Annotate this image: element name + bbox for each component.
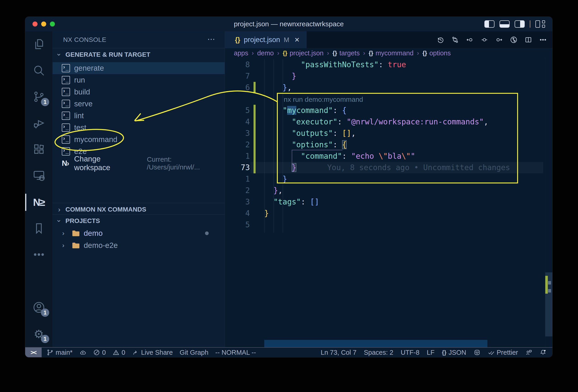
remote-explorer-icon	[33, 169, 45, 183]
history-icon[interactable]	[436, 36, 444, 44]
code-line: 3 "tags": []	[225, 196, 552, 208]
change-icon[interactable]	[481, 36, 488, 44]
sidebar-item-change-workspace[interactable]: N›Change workspaceCurrent: /Users/juri/n…	[53, 157, 225, 169]
run-target-icon: ›_	[62, 147, 70, 156]
code-line: 1 }	[225, 173, 552, 185]
sidebar-item-test[interactable]: ›_test	[53, 122, 225, 133]
breadcrumb-item-demo[interactable]: demo	[257, 49, 274, 57]
bracket-scope-guide	[292, 150, 292, 172]
code-line: 4 "executor": "@nrwl/workspace:run-comma…	[225, 116, 552, 128]
git-blame-annotation: You, 8 seconds ago • Uncommitted changes	[327, 163, 510, 172]
breadcrumb-item-targets[interactable]: {}targets	[333, 49, 360, 57]
extensions-icon	[33, 143, 45, 157]
activity-nx-console-button[interactable]: N≥	[25, 189, 52, 216]
octoface-icon	[474, 349, 481, 356]
sidebar-item-run[interactable]: ›_run	[53, 74, 225, 86]
nx-console-icon: N≥	[33, 197, 45, 208]
activity-settings-button[interactable]: ⚙1	[25, 321, 52, 347]
sidebar-item-generate[interactable]: ›_generate	[53, 62, 225, 74]
status-item-octoface[interactable]	[474, 349, 481, 356]
line-number: 5	[225, 105, 250, 116]
chevron-right-icon: ›	[56, 206, 62, 213]
status-item-0[interactable]: 0	[113, 349, 125, 356]
project-item-demo[interactable]: ›demo	[53, 227, 225, 239]
sidebar-more-icon[interactable]: ⋯	[207, 31, 216, 48]
sidebar-item-serve[interactable]: ›_serve	[53, 98, 225, 110]
section-projects[interactable]: › PROJECTS	[53, 214, 225, 227]
toggle-sidebar-icon[interactable]	[484, 20, 494, 28]
activity-search-button[interactable]	[25, 58, 52, 84]
editor-group: {} project.json M ✕ apps›demo›{}project.…	[225, 31, 552, 347]
code-editor[interactable]: 8 "passWithNoTests": true7 }6 },nx run d…	[225, 58, 552, 347]
gutter-modified-bar	[253, 150, 256, 162]
prev-change-icon[interactable]	[466, 36, 474, 44]
breadcrumb-item-mycommand[interactable]: {}mycommand	[369, 49, 413, 57]
remote-indicator-button[interactable]: ><	[25, 348, 42, 357]
activity-extensions-button[interactable]	[25, 136, 52, 163]
chevron-down-icon: ›	[55, 218, 63, 224]
tab-project-json[interactable]: {} project.json M ✕	[225, 31, 307, 48]
status-item-utf-8[interactable]: UTF-8	[401, 349, 419, 356]
chevron-right-icon: ›	[62, 242, 68, 249]
breadcrumb-separator: ›	[363, 50, 365, 57]
horizontal-scrollbar[interactable]	[264, 340, 487, 347]
project-item-demo-e2e[interactable]: ›demo-e2e	[53, 239, 225, 251]
breadcrumb-item-options[interactable]: {}options	[422, 49, 451, 57]
line-number: 1	[225, 173, 250, 185]
status-item-feedback[interactable]	[525, 349, 532, 356]
toggle-panel-icon[interactable]	[499, 20, 510, 28]
activity-more-button[interactable]	[25, 242, 52, 268]
gitlens-icon[interactable]	[510, 36, 518, 44]
status-item-bell[interactable]	[539, 349, 546, 356]
code-line: 5 "mycommand": {	[225, 105, 552, 116]
customize-layout-icon[interactable]	[535, 20, 545, 28]
status-item-spaces-2[interactable]: Spaces: 2	[364, 349, 393, 356]
activity-source-control-button[interactable]: 1	[25, 84, 52, 110]
status-item-ln-73-col-7[interactable]: Ln 73, Col 7	[321, 349, 356, 356]
overview-ruler-mark	[548, 281, 551, 285]
chevron-down-icon: ›	[55, 52, 63, 58]
status-item-live-share[interactable]: Live Share	[132, 349, 173, 356]
gutter-modified-bar	[253, 82, 256, 93]
toggle-secondary-sidebar-icon[interactable]	[515, 20, 525, 28]
activity-bookmarks-button[interactable]	[25, 216, 52, 242]
code-line: 5	[225, 219, 552, 230]
activity-remote-explorer-button[interactable]	[25, 163, 52, 189]
status-item-prettier[interactable]: Prettier	[488, 349, 518, 356]
more-icon[interactable]	[539, 36, 547, 44]
sidebar-item-mycommand[interactable]: ›_mycommand	[53, 133, 225, 145]
badge: 1	[41, 335, 49, 343]
breadcrumb-separator: ›	[277, 50, 279, 57]
more-icon	[33, 248, 45, 262]
sidebar-item-lint[interactable]: ›_lint	[53, 110, 225, 122]
tab-bar: {} project.json M ✕	[225, 31, 552, 48]
close-tab-icon[interactable]: ✕	[294, 36, 299, 44]
git-compare-icon[interactable]	[451, 36, 459, 44]
line-number: 1	[225, 150, 250, 162]
status-item-cloud-upload[interactable]	[79, 349, 86, 356]
sidebar-item-build[interactable]: ›_build	[53, 86, 225, 98]
split-editor-icon[interactable]	[525, 36, 532, 44]
status-item-lf[interactable]: LF	[427, 349, 434, 356]
section-generate-run-target[interactable]: › GENERATE & RUN TARGET	[53, 48, 225, 61]
activity-account-button[interactable]: 1	[25, 295, 52, 321]
activity-run-debug-button[interactable]	[25, 110, 52, 136]
status-item-main[interactable]: main*	[47, 349, 73, 356]
bracket-scope-guide	[292, 150, 342, 150]
run-target-icon: ›_	[62, 64, 70, 72]
activity-explorer-button[interactable]	[25, 31, 52, 58]
status-item-0[interactable]: 0	[93, 349, 106, 356]
status-item-normal[interactable]: -- NORMAL --	[215, 349, 256, 356]
breadcrumb-item-project.json[interactable]: {}project.json	[283, 49, 324, 57]
vertical-scrollbar[interactable]	[545, 58, 552, 347]
section-common-nx-commands[interactable]: › COMMON NX COMMANDS	[53, 203, 225, 216]
breadcrumb-item-apps[interactable]: apps	[234, 49, 248, 57]
sidebar-header: NX CONSOLE ⋯	[53, 31, 225, 48]
codelens-run-command[interactable]: nx run demo:mycommand	[284, 93, 363, 105]
next-change-icon[interactable]	[495, 36, 503, 44]
bell-icon	[539, 349, 546, 356]
status-item-git-graph[interactable]: Git Graph	[180, 349, 208, 356]
line-number: 2	[225, 139, 250, 150]
status-item-json[interactable]: {}JSON	[442, 349, 466, 356]
breadcrumb-separator: ›	[252, 50, 254, 57]
